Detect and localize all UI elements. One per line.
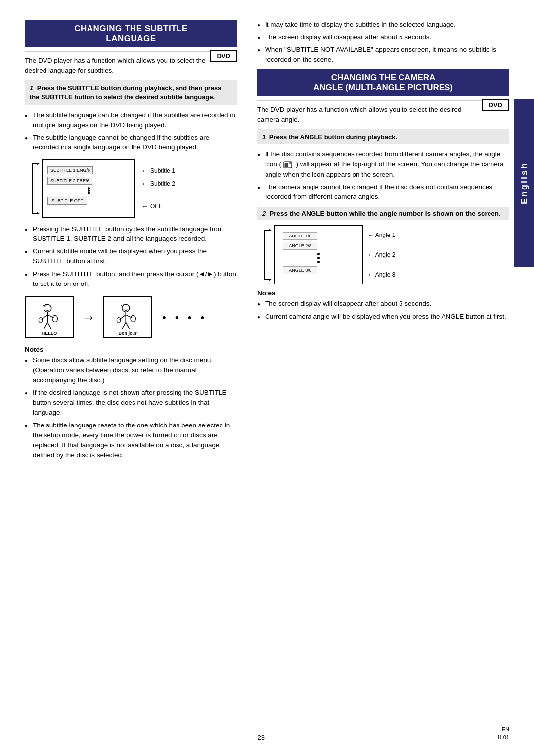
step1-label-left: Press the SUBTITLE button during playbac… <box>30 84 222 101</box>
arrow-icon-2: ← <box>141 180 148 188</box>
svg-point-26 <box>131 315 136 322</box>
angle-box-1: ANGLE 1/8 <box>283 232 317 240</box>
arrow-icon-3: ← <box>141 202 148 210</box>
svg-marker-33 <box>269 229 272 231</box>
step1-box-left: 1 Press the SUBTITLE button during playb… <box>25 80 237 105</box>
sub-labels-col: ← Subtitle 1 ← Subtitle 2 ← OFF <box>141 164 175 213</box>
angle-label-3: ← Angle 8 <box>368 271 395 278</box>
list-item: The screen display will disappear after … <box>257 299 509 309</box>
svg-line-13 <box>44 322 48 329</box>
sub-item-2: SUBTITLE 2:FRE/6 <box>47 177 92 185</box>
svg-point-5 <box>44 304 51 312</box>
sub-row-2: SUBTITLE 2:FRE/6 <box>43 177 134 185</box>
illus-label-2: Bon jour <box>119 331 137 336</box>
list-item: Press the SUBTITLE button, and then pres… <box>25 269 237 289</box>
illustration-row: HELLO → <box>25 296 237 338</box>
step1-text-left: 1 Press the SUBTITLE button during playb… <box>30 83 232 102</box>
list-item: Some discs allow subtitle language setti… <box>25 355 237 385</box>
step2-num: 2 <box>262 210 266 217</box>
illus-arrow: → <box>82 310 95 326</box>
svg-marker-34 <box>269 279 272 281</box>
angle-vdots <box>275 253 362 263</box>
bullets-left-2: Pressing the SUBTITLE button cycles the … <box>25 224 237 289</box>
sub-label-text-3: OFF <box>150 203 162 210</box>
sub-item-1: SUBTITLE 1:ENG/6 <box>47 166 93 174</box>
svg-line-14 <box>47 322 51 329</box>
list-item: Current camera angle will be displayed w… <box>257 312 509 322</box>
angle-diagram-wrap: ANGLE 1/8 ANGLE 2/8 ANGLE 8/8 <box>257 225 509 284</box>
sub-row-3: SUBTITLE OFF <box>43 197 134 205</box>
step1-text-right: 1 Press the ANGLE button during playback… <box>262 132 504 142</box>
right-intro-text: The DVD player has a function which allo… <box>257 105 509 125</box>
notes-section-right: Notes The screen display will disappear … <box>257 289 509 322</box>
right-column: It may take time to display the subtitle… <box>252 20 509 736</box>
ellipsis-dots: • • • • <box>162 311 207 324</box>
page: CHANGING THE SUBTITLE LANGUAGE DVD The D… <box>0 0 534 756</box>
svg-line-7 <box>45 303 46 305</box>
sub-label-text-1: Subtitle 1 <box>150 167 175 174</box>
svg-line-6 <box>43 305 44 306</box>
svg-line-24 <box>122 322 126 329</box>
title-line2: LANGUAGE <box>30 34 232 44</box>
svg-line-17 <box>121 305 123 306</box>
right-title-line2: ANGLE (Multi-Angle Pictures) <box>313 83 453 92</box>
svg-marker-3 <box>37 163 40 165</box>
arrow-icon-1: ← <box>141 167 148 175</box>
svg-text:⬛: ⬛ <box>284 163 289 167</box>
bullets-left-1: The subtitle language can be changed if … <box>25 110 237 153</box>
left-section-title: CHANGING THE SUBTITLE LANGUAGE <box>25 20 237 47</box>
svg-point-16 <box>122 304 130 312</box>
angle-label-1: ← Angle 1 <box>368 232 395 238</box>
sub-label-text-2: Subtitle 2 <box>150 180 175 187</box>
list-item: The subtitle language resets to the one … <box>25 421 237 461</box>
right-section-title: CHANGING THE CAMERA ANGLE (Multi-Angle P… <box>257 69 509 96</box>
illus-box-1: HELLO <box>25 296 74 338</box>
sub-label-1: ← Subtitle 1 <box>141 167 175 175</box>
list-item: If the desired language is not shown aft… <box>25 388 237 418</box>
step1-label-right: Press the ANGLE button during playback. <box>269 133 397 141</box>
list-item: If the disc contains sequences recorded … <box>257 149 509 180</box>
list-item: Pressing the SUBTITLE button cycles the … <box>25 224 237 244</box>
svg-point-23 <box>117 317 121 323</box>
step1-num-right: 1 <box>262 133 266 141</box>
vertical-dots <box>43 187 134 194</box>
angle-row-1: ANGLE 1/8 <box>275 232 362 240</box>
illus-box-2: Bon jour <box>103 296 152 338</box>
dvd-badge-left: DVD <box>210 50 237 62</box>
step2-label: Press the ANGLE button while the angle n… <box>269 210 501 217</box>
sub-row-1: SUBTITLE 1:ENG/6 <box>43 166 134 174</box>
sidebar-english-label: English <box>519 162 530 204</box>
angle-diagram: ANGLE 1/8 ANGLE 2/8 ANGLE 8/8 <box>274 225 363 284</box>
footer-right: EN 1L01 <box>497 726 509 741</box>
step2-text: 2 Press the ANGLE button while the angle… <box>262 210 504 217</box>
sub-item-3: SUBTITLE OFF <box>47 197 87 205</box>
angle-row-3: ANGLE 8/8 <box>275 266 362 274</box>
svg-line-25 <box>126 322 130 329</box>
bracket-svg <box>25 159 40 218</box>
list-item: The subtitle language can be changed if … <box>25 110 237 131</box>
notes-title-left: Notes <box>25 346 237 353</box>
step1-num-left: 1 <box>30 84 33 92</box>
sub-label-2: ← Subtitle 2 <box>141 180 175 188</box>
angle-row-2: ANGLE 2/8 <box>275 242 362 250</box>
angle-labels-col: ← Angle 1 ← Angle 2 ← Angle 8 <box>368 225 395 284</box>
subtitle-diagram-container: SUBTITLE 1:ENG/6 SUBTITLE 2:FRE/6 <box>25 159 237 218</box>
angle-diagram-inner: ANGLE 1/8 ANGLE 2/8 ANGLE 8/8 <box>257 225 363 284</box>
list-item: Current subtitle mode will be displayed … <box>25 246 237 267</box>
angle-label-2: ← Angle 2 <box>368 251 395 258</box>
left-column: CHANGING THE SUBTITLE LANGUAGE DVD The D… <box>25 20 252 736</box>
title-line1: CHANGING THE SUBTITLE <box>74 24 188 33</box>
notes-section-left: Notes Some discs allow subtitle language… <box>25 346 237 461</box>
arrow-icon-angle-2: ← <box>368 251 375 258</box>
angle-box-3: ANGLE 8/8 <box>283 266 317 274</box>
right-title-line1: CHANGING THE CAMERA <box>331 73 436 82</box>
diagram-inner: SUBTITLE 1:ENG/6 SUBTITLE 2:FRE/6 <box>25 159 135 218</box>
arrow-icon-angle-1: ← <box>368 232 375 238</box>
list-item: When "SUBTITLE NOT AVAILABLE" appears on… <box>257 45 509 65</box>
angle-box-2: ANGLE 2/8 <box>283 242 317 250</box>
list-item: It may take time to display the subtitle… <box>257 20 509 30</box>
svg-marker-4 <box>37 212 40 214</box>
angle-icon: ⬛ 8 <box>283 160 294 169</box>
angle-bracket-svg <box>257 225 272 284</box>
sub-label-3: ← OFF <box>141 202 175 210</box>
